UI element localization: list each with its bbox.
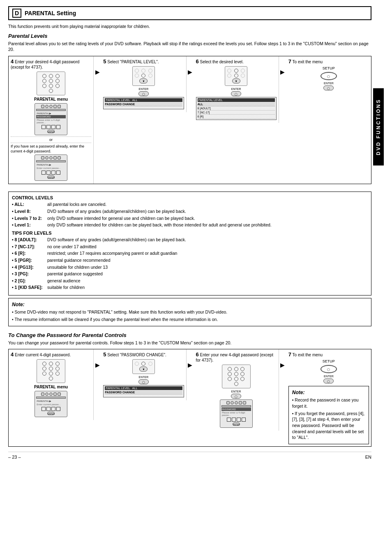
section-intro: This function prevents unit from playing…	[8, 23, 371, 30]
enter-btn-cp-step4: ENTER	[47, 412, 55, 415]
screen-title-step6: PARENTAL LEVEL	[198, 98, 275, 102]
enter-label-step5: ENTER	[103, 88, 184, 90]
cp-step6-num: 6	[196, 351, 199, 358]
setup-button-step7[interactable]: ◯	[321, 72, 337, 80]
step4-parental: 4 Enter your desired 4-digit password (e…	[9, 56, 94, 184]
dot	[55, 79, 60, 83]
levels-info-area: CONTROL LEVELS • ALL: all parental locks…	[8, 188, 371, 326]
screen-row-r: 6 [R]	[198, 115, 275, 119]
control-level1: • Level 1: only DVD software intended fo…	[12, 222, 368, 228]
tips-title: TIPS FOR LEVELS	[12, 231, 368, 235]
cp-step5-text: Select "PASSWORD CHANGE".	[107, 353, 166, 357]
dvd-player-cp-step6: PASSWORD Please enter a 4-digit passw...…	[220, 399, 253, 428]
control-levels7to2: • Levels 7 to 2: only DVD software inten…	[12, 216, 368, 222]
parental-levels-title: Parental Levels	[8, 33, 371, 39]
content-area: D PARENTAL Setting This function prevent…	[8, 6, 371, 459]
parental-levels-intro: Parental level allows you to set the rat…	[8, 41, 371, 53]
step4-num: 4	[11, 58, 14, 65]
setup-label-cp-step7: SETUP	[288, 359, 369, 363]
enter-circle-cp-step6: ◯	[231, 394, 241, 399]
note1-box: Note: • Some DVD-video may not respond t…	[8, 298, 371, 326]
remote-step6: ▼	[225, 66, 247, 86]
step6-parental: 6 Select the desired level. ▼	[194, 56, 279, 123]
step7-parental: 7 To exit the menu SETUP ◯ ENTER ◯	[286, 56, 371, 93]
step5-parental: 5 Select "PARENTAL LEVEL". ▼	[101, 56, 186, 112]
change-password-section: To Change the Password for Parental Cont…	[8, 332, 371, 447]
enter-circle-step7: ◯	[323, 85, 334, 90]
dvd-player-step4b: PARENTAL▶ Enter current passw... ENTER	[35, 155, 67, 181]
footer-page: – 23 –	[8, 455, 21, 459]
dot	[42, 84, 46, 88]
remote-cp-step6	[222, 365, 251, 388]
parental-levels-steps: 4 Enter your desired 4-digit password (e…	[8, 56, 371, 184]
control-levels-title: CONTROL LEVELS	[12, 195, 368, 200]
tip-pg13: • 4 [PG13]: unsuitable for children unde…	[12, 265, 368, 270]
enter-btn-step4b: ENTER	[47, 175, 55, 179]
levels-info-main: CONTROL LEVELS • ALL: all parental locks…	[8, 188, 371, 326]
note1-item1: • Some DVD-video may not respond to "PAR…	[12, 309, 368, 315]
tip-pg: • 3 [PG]: parental guidance suggested	[12, 271, 368, 277]
control-all: • ALL: all parental locks are canceled.	[12, 202, 368, 208]
screen-cp-step5: PARENTAL LEVEL ALL PASSWORD CHANGE	[103, 385, 184, 397]
screen-step6: PARENTAL LEVEL ALL 8 [ADULT] 7 [NC-17] 6…	[196, 97, 277, 120]
dot-single	[49, 89, 53, 93]
control-levels-box: CONTROL LEVELS • ALL: all parental locks…	[8, 192, 371, 295]
enter-circle-step6: ◯	[231, 91, 241, 96]
tip-g: • 2 [G]: general audience	[12, 278, 368, 284]
section-letter: D	[12, 9, 21, 18]
cp-step4-text: Enter current 4-digit password.	[15, 353, 71, 357]
screen-title-step5: PARENTAL LEVEL ALL	[105, 98, 182, 102]
dot	[55, 84, 60, 88]
dot	[42, 74, 46, 78]
cp-step4-num: 4	[11, 351, 14, 358]
change-password-intro: You can change your password for parenta…	[8, 340, 371, 346]
footer-lang: EN	[365, 455, 371, 459]
footer: – 23 – EN	[8, 452, 371, 459]
pass-boxes-step4	[36, 125, 66, 129]
remote-step4	[37, 72, 65, 95]
remote-step5: ▼	[132, 66, 155, 86]
screen-row-all: ALL	[198, 102, 275, 106]
cp-step4: 4 Enter current 4-digit password.	[9, 349, 94, 420]
dot	[49, 79, 53, 83]
note2-box: Note: • Record the password in case you …	[288, 386, 369, 444]
enter-btn-step5-remote: ▼	[139, 78, 148, 83]
enter-circle-cp-step5: ◯	[138, 379, 149, 384]
step6-text: Select the desired level.	[200, 60, 244, 64]
arrow-cp-6-7: ▶	[279, 349, 286, 368]
tip-kidsafe: • 1 [KID SAFE]: suitable for children	[12, 285, 368, 291]
enter-label-step6: ENTER	[196, 88, 277, 90]
screen-step5: PARENTAL LEVEL ALL PASSWORD CHANGE	[103, 97, 184, 109]
screen-title-cp-step5: PARENTAL LEVEL ALL	[105, 386, 182, 390]
cp-step6: 6 Enter your new 4-digit password (excep…	[194, 349, 279, 431]
pass-boxes-cp-step4	[36, 407, 66, 411]
arrow-4-5: ▶	[94, 56, 101, 75]
enter-btn-cp-step6: ENTER	[233, 422, 240, 426]
screen-row-cp-password-change: PASSWORD CHANGE	[105, 390, 182, 395]
note2-item1: • Record the password in case you forget…	[292, 397, 365, 409]
screen-row-adult: 8 [ADULT]	[198, 106, 275, 111]
side-tab: DVD FUNCTIONS	[373, 88, 384, 166]
note1-title: Note:	[12, 302, 368, 307]
dot	[55, 74, 60, 78]
remote-cp-step5: ▼	[132, 359, 155, 374]
screen-row-nc17: 7 [NC-17]	[198, 111, 275, 115]
section-header: D PARENTAL Setting	[8, 6, 371, 20]
dvd-player-step4: PARENTAL▶ PASSWORD Please enter a 4-digi…	[35, 103, 67, 135]
enter-label-cp-step7: ENTER	[288, 375, 369, 378]
step6-num: 6	[196, 58, 199, 65]
arrow-cp-5-6: ▶	[187, 349, 194, 368]
cp-step5: 5 Select "PASSWORD CHANGE". ▼ ENTER ◯	[101, 349, 186, 400]
note1-item2: • The resume information will be cleared…	[12, 316, 368, 323]
parental-menu-label: PARENTAL menu	[11, 97, 91, 102]
arrow-6-7: ▶	[279, 56, 286, 75]
step5-text: Select "PARENTAL LEVEL".	[107, 60, 159, 64]
change-password-steps: 4 Enter current 4-digit password.	[8, 349, 371, 447]
remote-cp-step4	[37, 359, 65, 383]
step5-num: 5	[103, 58, 106, 65]
enter-label-cp-step6: ENTER	[196, 390, 277, 393]
enter-circle-step5: ◯	[138, 91, 149, 96]
cp-step6-text: Enter your new 4-digit password (except …	[196, 353, 273, 362]
page-wrapper: D PARENTAL Setting This function prevent…	[8, 6, 384, 459]
setup-button-cp-step7[interactable]: ◯	[321, 365, 337, 373]
